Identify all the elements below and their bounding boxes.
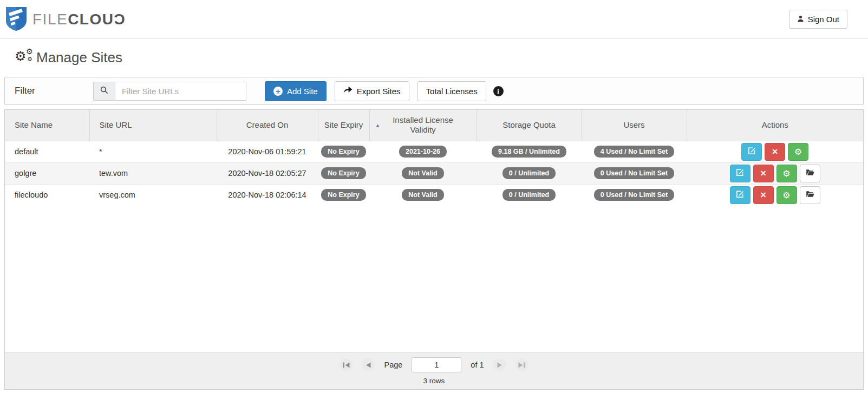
gear-icon: ⚙ (27, 56, 32, 62)
table-row: golgretew.vom2020-Nov-18 02:05:27No Expi… (5, 162, 863, 184)
site-name-cell: filecloudo (5, 184, 89, 206)
site-url-cell: * (89, 141, 217, 162)
user-icon (797, 15, 804, 24)
export-arrow-icon (343, 86, 353, 96)
plus-circle-icon: + (273, 87, 283, 96)
edit-pencil-icon (748, 147, 756, 156)
column-header-label: Installed License Validity (388, 115, 458, 136)
created-on-cell: 2020-Nov-18 02:06:14 (217, 184, 318, 206)
page-label: Page (384, 361, 402, 369)
sign-out-label: Sign Out (808, 15, 839, 24)
delete-x-icon: ✕ (760, 169, 767, 178)
table-row: default*2020-Nov-06 01:59:21No Expiry202… (5, 141, 863, 162)
storage-quota-cell: 0 / Unlimited (477, 162, 582, 184)
info-icon[interactable]: i (493, 86, 504, 96)
table-row: filecloudovrseg.com2020-Nov-18 02:06:14N… (5, 184, 863, 206)
row-actions: ✕⚙ (690, 143, 860, 161)
column-header-users[interactable]: Users (582, 110, 687, 141)
total-licenses-label: Total Licenses (426, 87, 478, 96)
table-empty-area (5, 206, 863, 352)
previous-page-icon[interactable] (362, 358, 375, 371)
status-badge: Not Valid (402, 167, 443, 179)
site-expiry-cell: No Expiry (318, 162, 369, 184)
site-settings-button[interactable]: ⚙ (776, 165, 797, 182)
export-sites-button[interactable]: Export Sites (335, 81, 409, 101)
sort-ascending-icon: ▲ (375, 122, 381, 128)
status-badge: 0 / Unlimited (502, 189, 556, 201)
delete-x-icon: ✕ (760, 191, 767, 199)
license-validity-cell: Not Valid (369, 162, 477, 184)
filecloud-logotype: FILECLOUƆ (32, 11, 126, 28)
logo-text-cloud: CLOUƆ (68, 11, 126, 28)
users-cell: 0 Used / No Limit Set (582, 184, 687, 206)
license-validity-cell: 2021-10-26 (369, 141, 477, 162)
settings-gear-icon: ⚙ (782, 190, 790, 200)
next-page-icon[interactable] (493, 358, 506, 371)
site-settings-button[interactable]: ⚙ (776, 186, 797, 204)
status-badge: Not Valid (402, 189, 443, 201)
status-badge: 2021-10-26 (399, 146, 447, 158)
filter-panel: Filter + Add Site Export Sites Total Lic… (4, 77, 864, 105)
sites-grid-table: Site NameSite URLCreated OnSite Expiry▲I… (5, 110, 863, 206)
rows-count-label: 3 rows (5, 377, 863, 385)
column-header-site-expiry[interactable]: Site Expiry (318, 110, 369, 141)
search-addon (93, 82, 115, 101)
edit-pencil-icon (736, 190, 744, 200)
first-page-icon[interactable] (340, 358, 353, 371)
filter-label: Filter (15, 86, 93, 96)
delete-site-button[interactable]: ✕ (753, 186, 774, 204)
site-expiry-cell: No Expiry (318, 141, 369, 162)
filter-site-urls-input[interactable] (115, 82, 246, 101)
site-settings-button[interactable]: ⚙ (788, 143, 808, 161)
edit-site-button[interactable] (730, 186, 750, 204)
column-header-storage-quota[interactable]: Storage Quota (477, 110, 582, 141)
filecloud-shield-icon (5, 5, 27, 34)
delete-site-button[interactable]: ✕ (765, 143, 785, 161)
delete-site-button[interactable]: ✕ (753, 165, 774, 182)
column-header-created-on[interactable]: Created On (217, 110, 318, 141)
actions-cell: ✕⚙ (687, 141, 863, 162)
column-header-actions[interactable]: Actions (687, 110, 863, 141)
column-header-label: Users (623, 120, 644, 130)
edit-pencil-icon (736, 168, 744, 178)
logo-text-file: FILE (32, 11, 68, 28)
column-header-site-url[interactable]: Site URL (89, 110, 217, 141)
last-page-icon[interactable] (515, 358, 528, 371)
created-on-cell: 2020-Nov-06 01:59:21 (217, 141, 318, 162)
row-actions: ✕⚙ (690, 165, 860, 182)
edit-site-button[interactable] (741, 143, 762, 161)
sites-table: Site NameSite URLCreated OnSite Expiry▲I… (4, 109, 864, 390)
page-number-input[interactable] (412, 357, 461, 372)
column-header-site-name[interactable]: Site Name (5, 110, 89, 141)
add-site-label: Add Site (287, 87, 318, 96)
folder-open-icon (806, 191, 814, 199)
created-on-cell: 2020-Nov-18 02:05:27 (217, 162, 318, 184)
site-name-cell: golgre (5, 162, 89, 184)
users-cell: 4 Used / No Limit Set (582, 141, 687, 162)
site-name-cell: default (5, 141, 89, 162)
browse-site-button[interactable] (800, 186, 820, 204)
status-badge: No Expiry (321, 146, 366, 158)
table-header-row: Site NameSite URLCreated OnSite Expiry▲I… (5, 110, 863, 141)
sign-out-button[interactable]: Sign Out (789, 10, 847, 29)
site-url-cell: vrseg.com (89, 184, 217, 206)
settings-gear-icon: ⚙ (794, 147, 802, 157)
gear-icon: ⚙ (15, 50, 27, 63)
delete-x-icon: ✕ (772, 147, 778, 156)
page-heading: ⚙ ⚙ ⚙ Manage Sites (15, 48, 868, 67)
folder-open-icon (806, 169, 814, 178)
status-badge: 9.18 GB / Unlimited (492, 146, 566, 158)
add-site-button[interactable]: + Add Site (265, 81, 327, 101)
status-badge: No Expiry (321, 167, 366, 179)
users-cell: 0 Used / No Limit Set (582, 162, 687, 184)
top-header-bar: FILECLOUƆ Sign Out (0, 0, 868, 39)
column-header-label: Site Name (15, 120, 53, 130)
column-header-installed-license-validity[interactable]: ▲Installed License Validity (369, 110, 477, 141)
column-header-label: Storage Quota (502, 120, 556, 130)
settings-gear-icon: ⚙ (782, 168, 790, 179)
browse-site-button[interactable] (800, 165, 820, 182)
site-expiry-cell: No Expiry (318, 184, 369, 206)
actions-cell: ✕⚙ (687, 162, 863, 184)
edit-site-button[interactable] (730, 165, 750, 182)
total-licenses-button[interactable]: Total Licenses (417, 81, 486, 101)
